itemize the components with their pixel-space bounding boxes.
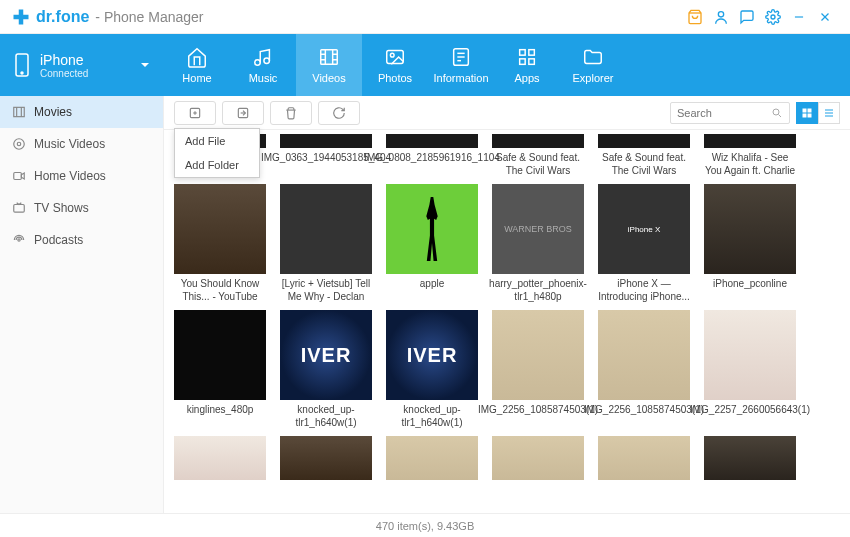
view-toggle — [796, 102, 840, 124]
chevron-down-icon — [140, 60, 150, 70]
app-subtitle: - Phone Manager — [95, 9, 203, 25]
svg-rect-43 — [803, 108, 807, 112]
device-selector[interactable]: iPhone Connected — [0, 34, 164, 96]
search-box[interactable] — [670, 102, 790, 124]
video-item[interactable]: IMG_2256_1085874503(1) — [492, 310, 584, 430]
music-icon — [252, 46, 274, 68]
sidebar-item-tv-shows[interactable]: TV Shows — [0, 192, 163, 224]
nav-videos[interactable]: Videos — [296, 34, 362, 96]
home-icon — [186, 46, 208, 68]
minimize-button[interactable] — [786, 4, 812, 30]
video-item[interactable] — [598, 436, 690, 480]
dropdown-add-folder[interactable]: Add Folder — [175, 153, 259, 177]
search-input[interactable] — [677, 107, 771, 119]
svg-rect-24 — [520, 50, 526, 56]
svg-rect-11 — [321, 50, 338, 65]
svg-point-3 — [771, 15, 775, 19]
info-icon — [450, 46, 472, 68]
video-item[interactable]: IVERknocked_up-tlr1_h640w(1) — [386, 310, 478, 430]
video-item[interactable]: apple — [386, 184, 478, 304]
user-icon[interactable] — [708, 4, 734, 30]
video-item[interactable]: IVERknocked_up-tlr1_h640w(1) — [280, 310, 372, 430]
video-item[interactable]: You Should Know This... - YouTube — [174, 184, 266, 304]
svg-rect-1 — [14, 14, 29, 19]
list-view-button[interactable] — [818, 102, 840, 124]
svg-rect-45 — [803, 113, 807, 117]
music-video-icon — [12, 137, 26, 151]
svg-point-32 — [17, 142, 21, 146]
cart-icon[interactable] — [682, 4, 708, 30]
svg-rect-25 — [529, 50, 535, 56]
export-button[interactable] — [222, 101, 264, 125]
video-item[interactable]: IMG_0363_1944053185_404 — [280, 134, 372, 178]
video-item[interactable]: IMG_0808_2185961916_1104 — [386, 134, 478, 178]
sidebar-item-movies[interactable]: Movies — [0, 96, 163, 128]
video-item[interactable] — [492, 436, 584, 480]
video-item[interactable]: Safe & Sound feat. The Civil Wars (The..… — [598, 134, 690, 178]
close-button[interactable] — [812, 4, 838, 30]
svg-point-9 — [255, 60, 261, 66]
delete-button[interactable] — [270, 101, 312, 125]
svg-point-2 — [718, 11, 723, 16]
video-item[interactable] — [386, 436, 478, 480]
add-icon — [188, 106, 202, 120]
sidebar-item-podcasts[interactable]: Podcasts — [0, 224, 163, 256]
film-icon — [12, 105, 26, 119]
camera-icon — [12, 169, 26, 183]
explorer-icon — [582, 46, 604, 68]
nav-music[interactable]: Music — [230, 34, 296, 96]
nav-home[interactable]: Home — [164, 34, 230, 96]
video-item[interactable]: Safe & Sound feat. The Civil Wars (The..… — [492, 134, 584, 178]
device-name: iPhone — [40, 52, 140, 68]
feedback-icon[interactable] — [734, 4, 760, 30]
video-item[interactable]: Wiz Khalifa - See You Again ft. Charlie … — [704, 134, 796, 178]
svg-rect-44 — [808, 108, 812, 112]
nav-apps[interactable]: Apps — [494, 34, 560, 96]
sidebar-item-music-videos[interactable]: Music Videos — [0, 128, 163, 160]
video-item[interactable]: iPhone XiPhone X — Introducing iPhone... — [598, 184, 690, 304]
add-button[interactable] — [174, 101, 216, 125]
sidebar-item-home-videos[interactable]: Home Videos — [0, 160, 163, 192]
nav-explorer[interactable]: Explorer — [560, 34, 626, 96]
grid-view-button[interactable] — [796, 102, 818, 124]
phone-icon — [14, 53, 30, 77]
nav-photos[interactable]: Photos — [362, 34, 428, 96]
main-nav: iPhone Connected Home Music Videos Photo… — [0, 34, 850, 96]
brand-text: dr.fone — [36, 8, 89, 26]
video-item[interactable]: WARNER BROSharry_potter_phoenix-tlr1_h48… — [492, 184, 584, 304]
settings-icon[interactable] — [760, 4, 786, 30]
video-item[interactable]: [Lyric + Vietsub] Tell Me Why - Declan G… — [280, 184, 372, 304]
video-item[interactable]: kinglines_480p — [174, 310, 266, 430]
refresh-icon — [332, 106, 346, 120]
brand-icon — [12, 8, 30, 26]
podcast-icon — [12, 233, 26, 247]
nav-information[interactable]: Information — [428, 34, 494, 96]
tv-icon — [12, 201, 26, 215]
video-item[interactable] — [280, 436, 372, 480]
add-dropdown: Add File Add Folder — [174, 128, 260, 178]
video-item[interactable]: IMG_2257_2660056643(1) — [704, 310, 796, 430]
device-status: Connected — [40, 68, 140, 79]
video-item[interactable] — [174, 436, 266, 480]
svg-rect-46 — [808, 113, 812, 117]
status-text: 470 item(s), 9.43GB — [376, 520, 474, 532]
video-grid: IMG_0363_1944053185_404 IMG_0808_2185961… — [164, 130, 850, 513]
photos-icon — [384, 46, 406, 68]
refresh-button[interactable] — [318, 101, 360, 125]
svg-point-10 — [264, 58, 270, 63]
trash-icon — [284, 106, 298, 120]
dropdown-add-file[interactable]: Add File — [175, 129, 259, 153]
svg-rect-26 — [520, 59, 526, 65]
video-item[interactable]: IMG_2256_1085874503(1) — [598, 310, 690, 430]
video-item[interactable]: iPhone_pconline — [704, 184, 796, 304]
apps-icon — [516, 46, 538, 68]
svg-point-19 — [390, 53, 394, 57]
svg-line-42 — [779, 114, 782, 117]
sidebar: Movies Music Videos Home Videos TV Shows… — [0, 96, 164, 513]
svg-rect-28 — [14, 107, 25, 116]
toolbar — [164, 96, 850, 130]
status-bar: 470 item(s), 9.43GB — [0, 513, 850, 537]
video-item[interactable] — [704, 436, 796, 480]
grid-icon — [801, 107, 813, 119]
svg-point-41 — [773, 109, 779, 115]
